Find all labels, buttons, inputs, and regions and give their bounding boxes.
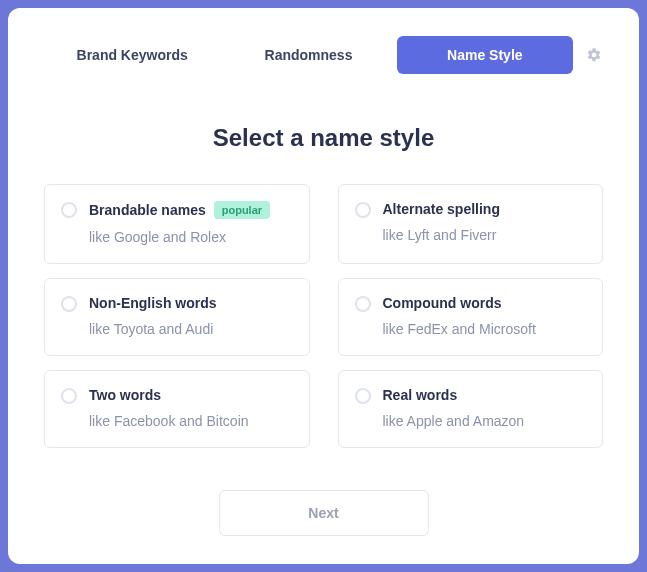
radio-icon: [61, 202, 77, 218]
radio-icon: [61, 296, 77, 312]
option-desc: like Google and Rolex: [89, 229, 270, 245]
option-desc: like FedEx and Microsoft: [383, 321, 536, 337]
radio-icon: [355, 388, 371, 404]
option-title: Non-English words: [89, 295, 217, 311]
option-title-row: Alternate spelling: [383, 201, 500, 217]
radio-icon: [355, 296, 371, 312]
tabs-row: Brand Keywords Randomness Name Style: [44, 36, 603, 74]
option-content: Real words like Apple and Amazon: [383, 387, 525, 429]
option-title: Real words: [383, 387, 458, 403]
option-title-row: Brandable names popular: [89, 201, 270, 219]
option-desc: like Apple and Amazon: [383, 413, 525, 429]
option-compound-words[interactable]: Compound words like FedEx and Microsoft: [338, 278, 604, 356]
option-desc: like Facebook and Bitcoin: [89, 413, 249, 429]
gear-icon[interactable]: [585, 46, 603, 64]
option-real-words[interactable]: Real words like Apple and Amazon: [338, 370, 604, 448]
option-two-words[interactable]: Two words like Facebook and Bitcoin: [44, 370, 310, 448]
option-content: Compound words like FedEx and Microsoft: [383, 295, 536, 337]
tab-name-style[interactable]: Name Style: [397, 36, 573, 74]
option-content: Non-English words like Toyota and Audi: [89, 295, 217, 337]
option-title-row: Two words: [89, 387, 249, 403]
options-grid: Brandable names popular like Google and …: [44, 184, 603, 448]
tabs: Brand Keywords Randomness Name Style: [44, 36, 573, 74]
option-title: Alternate spelling: [383, 201, 500, 217]
option-desc: like Lyft and Fiverr: [383, 227, 500, 243]
popular-badge: popular: [214, 201, 270, 219]
wizard-card: Brand Keywords Randomness Name Style Sel…: [8, 8, 639, 564]
option-title-row: Non-English words: [89, 295, 217, 311]
option-content: Brandable names popular like Google and …: [89, 201, 270, 245]
option-non-english-words[interactable]: Non-English words like Toyota and Audi: [44, 278, 310, 356]
page-title: Select a name style: [44, 124, 603, 152]
option-title: Two words: [89, 387, 161, 403]
next-button[interactable]: Next: [219, 490, 429, 536]
radio-icon: [61, 388, 77, 404]
tab-randomness[interactable]: Randomness: [220, 36, 396, 74]
tab-brand-keywords[interactable]: Brand Keywords: [44, 36, 220, 74]
option-brandable-names[interactable]: Brandable names popular like Google and …: [44, 184, 310, 264]
option-title-row: Real words: [383, 387, 525, 403]
option-title: Brandable names: [89, 202, 206, 218]
radio-icon: [355, 202, 371, 218]
option-title: Compound words: [383, 295, 502, 311]
option-content: Two words like Facebook and Bitcoin: [89, 387, 249, 429]
option-content: Alternate spelling like Lyft and Fiverr: [383, 201, 500, 243]
option-title-row: Compound words: [383, 295, 536, 311]
footer: Next: [44, 460, 603, 536]
option-alternate-spelling[interactable]: Alternate spelling like Lyft and Fiverr: [338, 184, 604, 264]
option-desc: like Toyota and Audi: [89, 321, 217, 337]
